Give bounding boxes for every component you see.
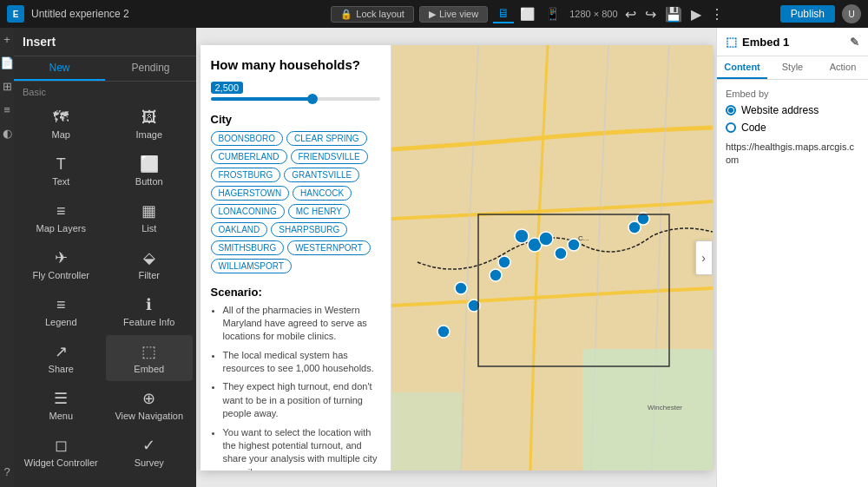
widget-item-legend[interactable]: ≡Legend xyxy=(17,288,105,334)
undo-button[interactable]: ↩ xyxy=(623,4,638,24)
svg-point-7 xyxy=(539,232,553,246)
scenario-list-item: They expect high turnout, end don't want… xyxy=(223,380,380,420)
scenario-title: Scenario: xyxy=(211,286,380,299)
city-chip-lonaconing[interactable]: LONACONING xyxy=(211,204,285,219)
filter-slider[interactable] xyxy=(211,97,380,101)
widget-icon-map: 🗺 xyxy=(53,109,69,127)
panel-tabs: New Pending xyxy=(14,56,196,82)
widget-label-embed: Embed xyxy=(134,364,164,374)
widget-label-fly-controller: Fly Controller xyxy=(33,270,89,280)
widget-item-map[interactable]: 🗺Map xyxy=(17,102,105,147)
widget-item-filter[interactable]: ⬙Filter xyxy=(106,241,194,287)
svg-text:Winchester: Winchester xyxy=(648,404,682,411)
city-chip-hancock[interactable]: HANCOCK xyxy=(293,186,352,201)
widget-item-embed[interactable]: ⬚Embed xyxy=(106,335,194,381)
tablet-device-button[interactable]: ⬜ xyxy=(516,4,539,23)
redo-button[interactable]: ↪ xyxy=(643,4,658,24)
city-chip-smithsburg[interactable]: SMITHSBURG xyxy=(211,240,285,255)
center-canvas: How many households? 2,500 City BOONSBOR… xyxy=(196,28,716,487)
widget-item-image[interactable]: 🖼Image xyxy=(106,102,194,147)
website-address-option[interactable]: Website address xyxy=(726,104,859,116)
live-view-button[interactable]: ▶ Live view xyxy=(419,6,488,23)
widget-label-filter: Filter xyxy=(139,270,160,280)
settings-icon-btn[interactable]: ≡ xyxy=(3,103,10,116)
tab-content[interactable]: Content xyxy=(717,56,767,79)
lock-layout-button[interactable]: 🔒 Lock layout xyxy=(331,6,414,23)
city-chip-grantsville[interactable]: GRANTSVILLE xyxy=(284,168,359,182)
tab-style[interactable]: Style xyxy=(767,56,818,79)
widget-item-view-navigation[interactable]: ⊕View Navigation xyxy=(106,382,194,428)
city-chip-frostburg[interactable]: FROSTBURG xyxy=(211,168,281,182)
widget-item-survey[interactable]: ✓Survey xyxy=(106,429,194,475)
theme-icon-btn[interactable]: ◐ xyxy=(3,127,12,140)
save-button[interactable]: 💾 xyxy=(663,4,684,24)
widget-item-share[interactable]: ↗Share xyxy=(17,335,105,381)
widget-icon-view-navigation: ⊕ xyxy=(142,389,155,408)
widget-label-menu: Menu xyxy=(49,411,73,421)
widget-icon-legend: ≡ xyxy=(56,296,66,314)
slider-value-label: 2,500 xyxy=(211,82,244,94)
city-chip-cumberland[interactable]: CUMBERLAND xyxy=(211,149,287,164)
city-chip-westernport[interactable]: WESTERNPORT xyxy=(287,240,371,255)
widget-label-image: Image xyxy=(135,129,162,140)
lock-icon: 🔒 xyxy=(340,9,352,20)
code-radio[interactable] xyxy=(726,122,736,133)
city-chip-friendsville[interactable]: FRIENDSVILLE xyxy=(291,149,368,164)
city-chip-clear-spring[interactable]: CLEAR SPRING xyxy=(286,131,366,146)
widget-item-widget-controller[interactable]: ◻Widget Controller xyxy=(17,429,105,475)
edit-embed-button[interactable]: ✎ xyxy=(850,36,859,49)
tab-pending[interactable]: Pending xyxy=(105,56,196,81)
slider-thumb[interactable] xyxy=(307,94,318,104)
scenario-list-item: The local medical system has resources t… xyxy=(223,349,380,376)
publish-button[interactable]: Publish xyxy=(780,5,835,23)
city-chip-mc-henry[interactable]: MC HENRY xyxy=(288,204,350,219)
widget-label-text: Text xyxy=(52,176,69,187)
insert-icon-btn[interactable]: + xyxy=(3,33,10,46)
widget-item-text[interactable]: TText xyxy=(17,148,105,194)
filter-title: How many households? xyxy=(211,57,380,72)
scenario-list-item: You want to select the location with the… xyxy=(223,426,380,471)
code-option[interactable]: Code xyxy=(726,122,859,134)
more-options-button[interactable]: ⋮ xyxy=(708,4,726,24)
widget-label-feature-info: Feature Info xyxy=(123,317,174,327)
embed-url-value: https://healthgis.maps.arcgis.com xyxy=(726,141,859,168)
city-chip-oakland[interactable]: OAKLAND xyxy=(211,222,268,237)
help-icon-btn[interactable]: ? xyxy=(3,465,10,478)
tab-new[interactable]: New xyxy=(14,56,105,81)
widget-item-map-layers[interactable]: ≡Map Layers xyxy=(17,194,105,240)
city-chip-williamsport[interactable]: WILLIAMSPORT xyxy=(211,259,292,273)
right-panel: ⬚ Embed 1 ✎ ContentStyleAction Embed by … xyxy=(716,28,868,487)
basic-section-label: Basic xyxy=(14,82,196,100)
website-address-radio[interactable] xyxy=(726,105,736,115)
user-avatar[interactable]: U xyxy=(842,4,861,23)
widget-label-legend: Legend xyxy=(45,317,77,327)
data-icon-btn[interactable]: ⊞ xyxy=(3,80,12,93)
svg-text:C...: C... xyxy=(578,234,589,242)
play-icon: ▶ xyxy=(429,9,436,20)
widget-item-feature-info[interactable]: ℹFeature Info xyxy=(106,288,194,334)
city-chip-sharpsburg[interactable]: SHARPSBURG xyxy=(271,222,347,237)
widget-icon-survey: ✓ xyxy=(142,436,155,455)
widget-item-button[interactable]: ⬜Button xyxy=(106,148,194,194)
widget-item-fly-controller[interactable]: ✈Fly Controller xyxy=(17,241,105,287)
preview-button[interactable]: ▶ xyxy=(689,4,703,24)
canvas-next-arrow[interactable]: › xyxy=(695,240,713,275)
app-logo: E xyxy=(7,5,24,23)
widget-label-list: List xyxy=(141,223,156,234)
code-label: Code xyxy=(741,122,766,134)
svg-point-14 xyxy=(437,326,450,338)
city-chip-hagerstown[interactable]: HAGERSTOWN xyxy=(211,186,290,201)
desktop-device-button[interactable]: 🖥 xyxy=(493,4,514,23)
city-chip-boonsboro[interactable]: BOONSBORO xyxy=(211,131,284,146)
mobile-device-button[interactable]: 📱 xyxy=(541,4,564,23)
left-panel: Insert New Pending Basic 🗺Map🖼ImageTText… xyxy=(14,28,196,487)
canvas-map: 271 913 xyxy=(391,45,713,471)
tab-action[interactable]: Action xyxy=(818,56,868,79)
widget-label-map-layers: Map Layers xyxy=(36,223,86,234)
widget-item-menu[interactable]: ☰Menu xyxy=(17,382,105,428)
widget-label-share: Share xyxy=(49,364,74,374)
content-icon-btn[interactable]: 📄 xyxy=(0,56,14,69)
widget-label-widget-controller: Widget Controller xyxy=(24,457,98,468)
widget-item-list[interactable]: ▦List xyxy=(106,194,194,240)
widget-icon-menu: ☰ xyxy=(54,389,68,408)
